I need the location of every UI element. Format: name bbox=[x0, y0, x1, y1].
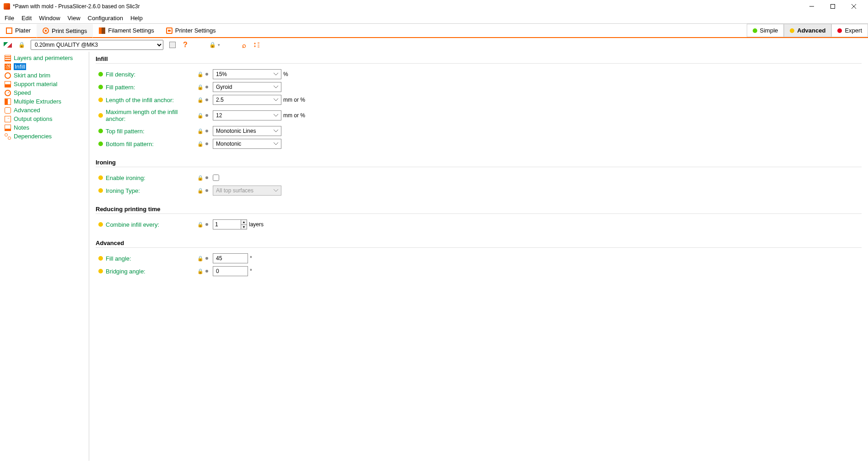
level-dot-icon bbox=[98, 256, 103, 261]
preset-select[interactable]: 0.20mm QUALITY @MK3 bbox=[31, 40, 163, 50]
lock-icon: 🔒 bbox=[18, 42, 25, 48]
save-preset-button[interactable] bbox=[169, 41, 176, 49]
menu-edit[interactable]: Edit bbox=[22, 15, 32, 22]
section-infill: Infill Fill density: 🔒 % Fill pattern: 🔒… bbox=[96, 55, 862, 150]
enable-ironing-checkbox[interactable] bbox=[213, 175, 219, 181]
lock-icon[interactable]: 🔒 bbox=[197, 84, 203, 90]
tab-plater[interactable]: Plater bbox=[0, 24, 37, 37]
reset-dot-icon[interactable] bbox=[205, 223, 208, 226]
section-title-ironing: Ironing bbox=[96, 159, 862, 167]
tab-print-settings[interactable]: Print Settings bbox=[37, 24, 93, 38]
sidebar-item-speed[interactable]: Speed bbox=[0, 88, 89, 97]
sidebar-item-extruders[interactable]: Multiple Extruders bbox=[0, 97, 89, 106]
fill-angle-input[interactable] bbox=[213, 253, 248, 263]
reset-dot-icon[interactable] bbox=[205, 142, 208, 145]
bridging-angle-input[interactable] bbox=[213, 266, 248, 276]
reset-dot-icon[interactable] bbox=[205, 98, 208, 101]
lock-icon[interactable]: 🔒 bbox=[197, 188, 203, 194]
sidebar-item-output[interactable]: Output options bbox=[0, 115, 89, 123]
menu-help[interactable]: Help bbox=[130, 15, 143, 22]
search-button[interactable]: ⌕ bbox=[240, 41, 248, 49]
level-dot-icon bbox=[98, 188, 103, 193]
tab-printer-settings[interactable]: Printer Settings bbox=[160, 24, 222, 37]
lock-icon[interactable]: 🔒 bbox=[197, 256, 203, 262]
spin-down-button[interactable]: ▼ bbox=[241, 225, 247, 229]
print-settings-icon bbox=[43, 27, 49, 34]
sidebar-item-infill[interactable]: Infill bbox=[0, 62, 89, 71]
sidebar-item-dependencies[interactable]: Dependencies bbox=[0, 132, 89, 141]
spin-up-button[interactable]: ▲ bbox=[241, 220, 247, 225]
param-fill-density: Fill density: 🔒 % bbox=[96, 68, 862, 80]
reset-dot-icon[interactable] bbox=[205, 189, 208, 192]
param-anchor-max: Maximum length of the infill anchor: 🔒 m… bbox=[96, 109, 862, 121]
mode-selector: Simple Advanced Expert bbox=[747, 24, 868, 37]
reset-dot-icon[interactable] bbox=[205, 257, 208, 260]
extruders-icon bbox=[5, 98, 11, 105]
sidebar-item-skirt[interactable]: Skirt and brim bbox=[0, 71, 89, 80]
fill-pattern-select[interactable]: Gyroid bbox=[213, 82, 281, 92]
param-fill-pattern: Fill pattern: 🔒 Gyroid bbox=[96, 81, 862, 93]
combine-infill-input[interactable] bbox=[213, 219, 241, 229]
level-dot-icon bbox=[98, 113, 103, 118]
ironing-type-select: All top surfaces bbox=[213, 186, 281, 196]
reset-dot-icon[interactable] bbox=[205, 130, 208, 132]
sidebar-item-notes[interactable]: Notes bbox=[0, 123, 89, 132]
skirt-icon bbox=[5, 72, 11, 79]
section-title-reducing: Reducing printing time bbox=[96, 206, 862, 214]
settings-sidebar: Layers and perimeters Infill Skirt and b… bbox=[0, 52, 89, 461]
anchor-length-input[interactable] bbox=[213, 95, 281, 105]
flag-icon bbox=[4, 42, 12, 48]
menu-view[interactable]: View bbox=[68, 15, 81, 22]
reset-dot-icon[interactable] bbox=[205, 86, 208, 88]
lock-icon[interactable]: 🔒 bbox=[197, 97, 203, 103]
level-dot-icon bbox=[98, 98, 103, 102]
sidebar-item-layers[interactable]: Layers and perimeters bbox=[0, 54, 89, 62]
lock-icon[interactable]: 🔒 bbox=[197, 268, 203, 274]
bottom-fill-select[interactable]: Monotonic bbox=[213, 139, 281, 149]
mode-advanced[interactable]: Advanced bbox=[784, 24, 831, 37]
anchor-max-input[interactable] bbox=[213, 110, 281, 120]
help-button[interactable]: ? bbox=[182, 41, 189, 49]
reset-dot-icon[interactable] bbox=[205, 114, 208, 117]
sidebar-item-advanced[interactable]: Advanced bbox=[0, 106, 89, 115]
param-fill-angle: Fill angle: 🔒 ° bbox=[96, 252, 862, 264]
section-reducing: Reducing printing time Combine infill ev… bbox=[96, 206, 862, 230]
output-icon bbox=[5, 116, 11, 122]
lock-icon[interactable]: 🔒 bbox=[197, 128, 203, 134]
level-dot-icon bbox=[98, 72, 103, 76]
support-icon bbox=[5, 81, 11, 87]
lock-icon[interactable]: 🔒 bbox=[197, 141, 203, 147]
collapse-button[interactable] bbox=[253, 41, 260, 49]
menu-file[interactable]: File bbox=[5, 15, 14, 22]
printer-icon bbox=[166, 27, 173, 34]
app-icon bbox=[4, 3, 10, 10]
green-dot-icon bbox=[753, 28, 757, 33]
window-controls bbox=[801, 0, 864, 13]
menu-window[interactable]: Window bbox=[39, 15, 60, 22]
fill-density-input[interactable] bbox=[213, 69, 281, 79]
reset-dot-icon[interactable] bbox=[205, 73, 208, 76]
minimize-button[interactable] bbox=[801, 0, 822, 13]
reset-dot-icon[interactable] bbox=[205, 176, 208, 179]
mode-simple[interactable]: Simple bbox=[747, 24, 784, 37]
tab-bar: Plater Print Settings Filament Settings … bbox=[0, 23, 868, 38]
section-title-advanced: Advanced bbox=[96, 240, 862, 248]
close-button[interactable] bbox=[843, 0, 864, 13]
lock-icon[interactable]: 🔒 bbox=[197, 71, 203, 77]
notes-icon bbox=[5, 125, 11, 131]
menu-configuration[interactable]: Configuration bbox=[88, 15, 123, 22]
lock-icon[interactable]: 🔒 bbox=[197, 175, 203, 181]
plater-icon bbox=[6, 27, 12, 34]
tab-filament-settings[interactable]: Filament Settings bbox=[93, 24, 160, 37]
maximize-button[interactable] bbox=[822, 0, 843, 13]
lock-icon[interactable]: 🔒 bbox=[197, 222, 203, 228]
layers-icon bbox=[5, 55, 11, 61]
mode-expert[interactable]: Expert bbox=[831, 24, 868, 37]
filament-icon bbox=[99, 27, 105, 34]
level-dot-icon bbox=[98, 222, 103, 227]
reset-dot-icon[interactable] bbox=[205, 270, 208, 273]
top-fill-select[interactable]: Monotonic Lines bbox=[213, 126, 281, 136]
lock-icon[interactable]: 🔒 bbox=[197, 113, 203, 119]
sidebar-item-support[interactable]: Support material bbox=[0, 80, 89, 88]
lock-dropdown-button[interactable]: 🔒▾ bbox=[211, 41, 218, 49]
